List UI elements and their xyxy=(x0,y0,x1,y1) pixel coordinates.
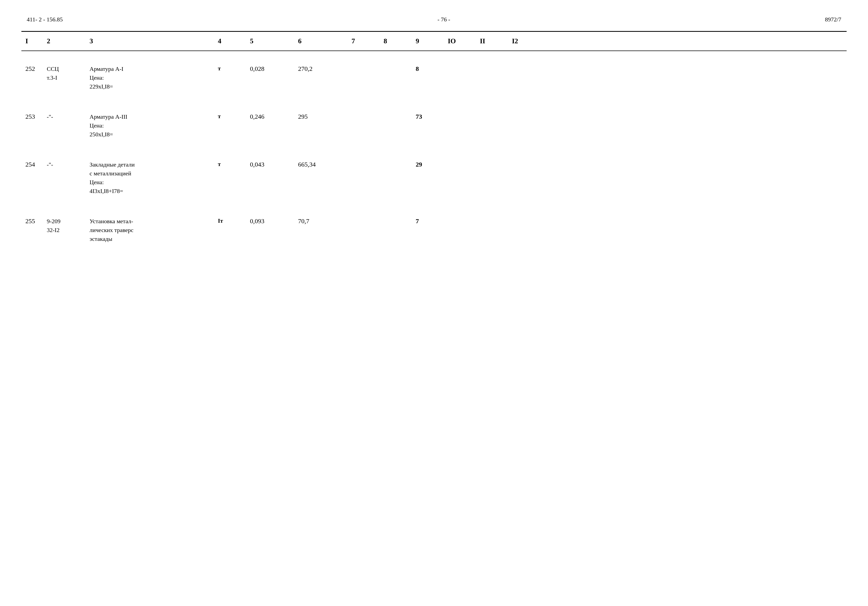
table-row: 253 -"- Арматура А-III Цена: 250xI,I8= т… xyxy=(22,102,846,149)
data-rows: 252 ССЦ т.3-I Арматура А-I Цена: 229xI,I… xyxy=(22,51,846,254)
row-255-num: 255 xyxy=(24,217,45,226)
row-254-col5: 0,043 xyxy=(249,160,297,169)
row-255-code: 9-209 32-I2 xyxy=(45,217,88,234)
col-header-2: 2 xyxy=(45,37,88,45)
row-252-col6: 270,2 xyxy=(297,64,350,73)
col-header-12: I2 xyxy=(511,37,542,45)
row-254-col9: 29 xyxy=(414,160,446,169)
row-253-unit: т xyxy=(217,112,249,121)
col-header-9: 9 xyxy=(414,37,446,45)
row-255-col6: 70,7 xyxy=(297,217,350,226)
row-255-unit: Iт xyxy=(217,217,249,225)
col-header-6: 6 xyxy=(297,37,350,45)
row-252-col5: 0,028 xyxy=(249,64,297,73)
header-left: 411- 2 - 156.85 xyxy=(27,16,63,23)
header-center: - 76 - xyxy=(438,16,450,23)
row-252-desc: Арматура А-I Цена: 229xI,I8= xyxy=(88,64,217,91)
row-254-code: -"- xyxy=(45,160,88,169)
row-253-desc: Арматура А-III Цена: 250xI,I8= xyxy=(88,112,217,139)
col-header-8: 8 xyxy=(382,37,414,45)
row-253-col5: 0,246 xyxy=(249,112,297,121)
header-right: 8972/7 xyxy=(825,16,841,23)
page-header: 411- 2 - 156.85 - 76 - 8972/7 xyxy=(22,16,846,23)
row-254-unit: т xyxy=(217,160,249,168)
col-header-7: 7 xyxy=(350,37,382,45)
row-252-unit: т xyxy=(217,64,249,73)
col-header-4: 4 xyxy=(217,37,249,45)
col-header-1: I xyxy=(24,37,45,45)
row-253-code: -"- xyxy=(45,112,88,121)
table-row: 252 ССЦ т.3-I Арматура А-I Цена: 229xI,I… xyxy=(22,51,846,102)
row-255-desc: Установка метал- лических траверс эстака… xyxy=(88,217,217,243)
row-254-desc: Закладные детали с металлизацией Цена: 4… xyxy=(88,160,217,195)
row-253-col6: 295 xyxy=(297,112,350,121)
row-253-num: 253 xyxy=(24,112,45,121)
main-table: I 2 3 4 5 6 7 8 9 IO II I2 252 ССЦ т.3-I… xyxy=(22,31,846,254)
table-row: 255 9-209 32-I2 Установка метал- лически… xyxy=(22,206,846,254)
row-255-col9: 7 xyxy=(414,217,446,226)
col-header-10: IO xyxy=(446,37,479,45)
table-row: 254 -"- Закладные детали с металлизацией… xyxy=(22,149,846,206)
row-254-col6: 665,34 xyxy=(297,160,350,169)
row-252-col9: 8 xyxy=(414,64,446,73)
col-header-5: 5 xyxy=(249,37,297,45)
row-254-num: 254 xyxy=(24,160,45,169)
col-header-11: II xyxy=(479,37,511,45)
row-255-col5: 0,093 xyxy=(249,217,297,226)
row-252-code: ССЦ т.3-I xyxy=(45,64,88,82)
column-headers: I 2 3 4 5 6 7 8 9 IO II I2 xyxy=(22,32,846,51)
row-252-num: 252 xyxy=(24,64,45,73)
row-253-col9: 73 xyxy=(414,112,446,121)
col-header-3: 3 xyxy=(88,37,217,45)
